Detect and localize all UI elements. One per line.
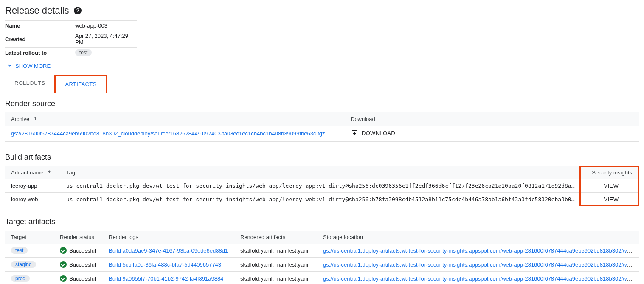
sort-up-icon <box>47 169 52 176</box>
artifact-name-cell: leeroy-web <box>5 193 60 206</box>
archive-cell: gs://281600f6787444ca9eb5902bd818b302_cl… <box>5 126 345 142</box>
render-source-title: Render source <box>5 99 639 108</box>
th-artifact-name-label: Artifact name <box>11 169 44 176</box>
th-archive[interactable]: Archive <box>5 112 345 126</box>
render-source-table: Archive Download gs://281600f6787444ca9e… <box>5 112 639 142</box>
render-logs-cell: Build a0da9ae9-347e-4167-93ba-09ede6ed88… <box>103 244 234 258</box>
build-log-link[interactable]: Build 9a0655f7-70b1-41b2-9742-fa4f891a98… <box>109 276 223 282</box>
th-security-insights: Security insights <box>584 166 639 179</box>
target-row: test Successful Build a0da9ae9-347e-4167… <box>5 244 639 258</box>
target-cell: staging <box>5 258 54 272</box>
render-status-cell: Successful <box>54 244 103 258</box>
render-logs-cell: Build 5cbffa0d-36fa-488c-bfa7-5d44096577… <box>103 258 234 272</box>
page-title-text: Release details <box>5 5 69 16</box>
detail-val: web-app-003 <box>75 22 137 29</box>
artifact-tag-cell: us-central1-docker.pkg.dev/wt-test-for-s… <box>60 193 584 206</box>
view-security-button[interactable]: VIEW <box>604 196 619 202</box>
build-artifact-row: leeroy-app us-central1-docker.pkg.dev/wt… <box>5 179 639 193</box>
detail-val: Apr 27, 2023, 4:47:29 PM <box>75 33 137 45</box>
target-artifacts-table: Target Render status Render logs Rendere… <box>5 231 639 284</box>
target-chip-test[interactable]: test <box>11 247 28 254</box>
render-status-cell: Successful <box>54 258 103 272</box>
download-button[interactable]: DOWNLOAD <box>351 129 395 137</box>
status-text: Successful <box>69 276 96 282</box>
download-icon <box>351 129 358 137</box>
th-render-status: Render status <box>54 231 103 244</box>
tabs: ROLLOUTS ARTIFACTS <box>5 75 639 93</box>
security-cell: VIEW <box>584 193 639 206</box>
build-artifacts-title: Build artifacts <box>5 153 639 162</box>
tab-rollouts[interactable]: ROLLOUTS <box>5 75 54 93</box>
th-tag: Tag <box>60 166 584 179</box>
download-cell: DOWNLOAD <box>345 126 639 142</box>
build-artifact-row: leeroy-web us-central1-docker.pkg.dev/wt… <box>5 193 639 206</box>
detail-row-name: Name web-app-003 <box>5 21 137 31</box>
build-artifacts-table: Artifact name Tag Security insights leer… <box>5 166 639 206</box>
rollout-target-chip[interactable]: test <box>75 49 92 56</box>
page-title: Release details ? <box>5 5 639 16</box>
build-log-link[interactable]: Build 5cbffa0d-36fa-488c-bfa7-5d44096577… <box>109 262 221 268</box>
storage-cell: gs://us-central1.deploy-artifacts.wt-tes… <box>317 258 639 272</box>
target-cell: test <box>5 244 54 258</box>
th-render-logs: Render logs <box>103 231 234 244</box>
th-storage: Storage location <box>317 231 639 244</box>
render-logs-cell: Build 9a0655f7-70b1-41b2-9742-fa4f891a98… <box>103 272 234 284</box>
target-chip-prod[interactable]: prod <box>11 275 30 282</box>
detail-key: Created <box>5 36 75 42</box>
security-cell: VIEW <box>584 179 639 193</box>
sort-up-icon <box>33 116 38 122</box>
target-row: staging Successful Build 5cbffa0d-36fa-4… <box>5 258 639 272</box>
rendered-artifacts-cell: skaffold.yaml, manifest.yaml <box>234 272 317 284</box>
th-rendered-artifacts: Rendered artifacts <box>234 231 317 244</box>
storage-cell: gs://us-central1.deploy-artifacts.wt-tes… <box>317 272 639 284</box>
th-archive-label: Archive <box>11 116 29 122</box>
storage-link[interactable]: gs://us-central1.deploy-artifacts.wt-tes… <box>323 262 639 268</box>
chevron-down-icon <box>7 62 13 70</box>
help-icon[interactable]: ? <box>74 7 82 14</box>
check-icon <box>60 275 67 282</box>
download-label: DOWNLOAD <box>362 130 395 136</box>
storage-cell: gs://us-central1.deploy-artifacts.wt-tes… <box>317 244 639 258</box>
detail-row-latest-rollout: Latest rollout to test <box>5 48 137 58</box>
rendered-artifacts-cell: skaffold.yaml, manifest.yaml <box>234 244 317 258</box>
th-target: Target <box>5 231 54 244</box>
render-source-row: gs://281600f6787444ca9eb5902bd818b302_cl… <box>5 126 639 142</box>
show-more-label: SHOW MORE <box>15 63 51 69</box>
render-status-cell: Successful <box>54 272 103 284</box>
artifact-name-cell: leeroy-app <box>5 179 60 193</box>
target-cell: prod <box>5 272 54 284</box>
detail-key: Latest rollout to <box>5 50 75 56</box>
detail-key: Name <box>5 22 75 29</box>
th-download: Download <box>345 112 639 126</box>
build-artifacts-wrap: Artifact name Tag Security insights leer… <box>5 166 639 206</box>
check-icon <box>60 247 67 254</box>
show-more-button[interactable]: SHOW MORE <box>5 58 639 75</box>
view-security-button[interactable]: VIEW <box>604 183 619 189</box>
th-artifact-name[interactable]: Artifact name <box>5 166 60 179</box>
release-details-table: Name web-app-003 Created Apr 27, 2023, 4… <box>5 20 137 58</box>
target-artifacts-title: Target artifacts <box>5 217 639 226</box>
detail-row-created: Created Apr 27, 2023, 4:47:29 PM <box>5 31 137 48</box>
storage-link[interactable]: gs://us-central1.deploy-artifacts.wt-tes… <box>323 276 639 282</box>
artifact-tag-cell: us-central1-docker.pkg.dev/wt-test-for-s… <box>60 179 584 193</box>
check-icon <box>60 261 67 268</box>
storage-link[interactable]: gs://us-central1.deploy-artifacts.wt-tes… <box>323 247 639 254</box>
rendered-artifacts-cell: skaffold.yaml, manifest.yaml <box>234 258 317 272</box>
archive-link[interactable]: gs://281600f6787444ca9eb5902bd818b302_cl… <box>11 130 325 137</box>
target-chip-staging[interactable]: staging <box>11 261 36 268</box>
tab-artifacts[interactable]: ARTIFACTS <box>54 75 107 93</box>
build-log-link[interactable]: Build a0da9ae9-347e-4167-93ba-09ede6ed88… <box>109 247 228 254</box>
target-row: prod Successful Build 9a0655f7-70b1-41b2… <box>5 272 639 284</box>
status-text: Successful <box>69 262 96 268</box>
detail-val: test <box>75 49 137 56</box>
status-text: Successful <box>69 247 96 254</box>
